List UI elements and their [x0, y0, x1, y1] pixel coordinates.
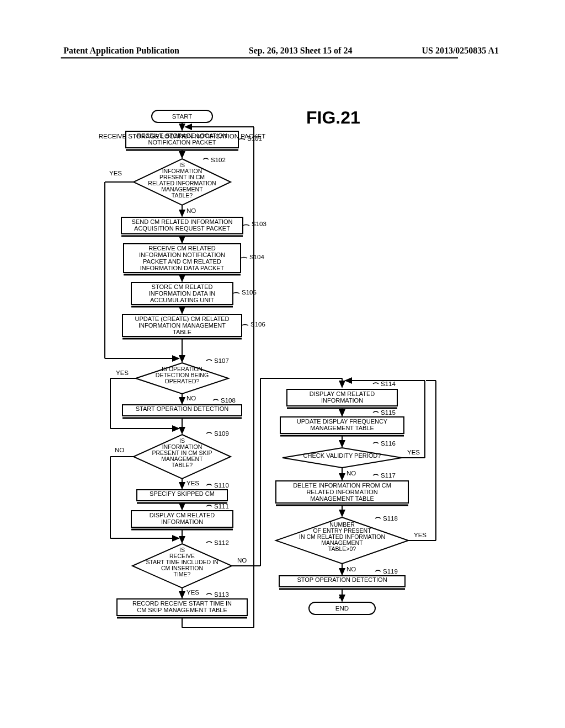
- svg-text:S113: S113: [214, 591, 229, 598]
- svg-text:NO: NO: [347, 566, 356, 572]
- svg-text:S108: S108: [221, 397, 236, 404]
- svg-text:S115: S115: [381, 409, 396, 416]
- svg-text:S119: S119: [383, 568, 398, 575]
- svg-text:NO: NO: [347, 470, 356, 477]
- node-s101: RECEIVE STORAGE LOCATION NOTIFICATION PA…: [99, 131, 266, 150]
- svg-text:S102: S102: [211, 157, 226, 163]
- svg-text:START: START: [172, 113, 193, 120]
- svg-text:YES: YES: [186, 480, 199, 486]
- node-s116: CHECK VALIDITY PERIOD?: [282, 448, 402, 468]
- svg-text:NO: NO: [115, 447, 124, 453]
- node-s117: DELETE INFORMATION FROM CMRELATED INFORM…: [276, 481, 408, 505]
- svg-text:S104: S104: [249, 254, 264, 260]
- node-s114: DISPLAY CM RELATEDINFORMATION: [287, 389, 397, 408]
- svg-text:NO: NO: [237, 557, 247, 564]
- node-s118: NUMBEROF ENTRY PRESENTIN CM RELATED INFO…: [276, 517, 408, 564]
- svg-text:YES: YES: [116, 370, 129, 376]
- svg-text:S117: S117: [381, 472, 396, 479]
- node-s108: START OPERATION DETECTION: [122, 405, 242, 418]
- node-s113: RECORD RECEIVE START TIME INCM SKIP MANA…: [117, 599, 247, 618]
- node-s102: ISINFORMATIONPRESENT IN CMRELATED INFORM…: [134, 159, 231, 205]
- svg-text:YES: YES: [407, 449, 420, 456]
- node-s112: ISRECEIVESTART TIME INCLUDED INCM INSERT…: [132, 544, 232, 588]
- svg-text:S112: S112: [214, 539, 229, 546]
- node-start: START: [152, 110, 212, 122]
- svg-text:S106: S106: [250, 321, 265, 328]
- svg-text:YES: YES: [109, 170, 122, 176]
- svg-text:END: END: [335, 605, 349, 612]
- node-s105: STORE CM RELATEDINFORMATION DATA INACCUM…: [131, 282, 233, 307]
- svg-text:S107: S107: [214, 357, 229, 364]
- svg-text:S110: S110: [214, 482, 229, 489]
- node-s109: ISINFORMATIONPRESENT IN CM SKIPMANAGEMEN…: [134, 435, 231, 479]
- node-s111: DISPLAY CM RELATEDINFORMATION: [131, 511, 233, 529]
- node-s103: SEND CM RELATED INFORMATIONACQUISITION R…: [121, 217, 243, 236]
- svg-text:S101: S101: [247, 135, 262, 142]
- node-s119: STOP OPERATION DETECTION: [279, 576, 405, 589]
- node-s110: SPECIFY SKIPPED CM: [137, 490, 227, 503]
- svg-text:S114: S114: [381, 381, 396, 387]
- node-s107: IS OPERATIONDETECTION BEINGOPERATED?: [136, 363, 228, 394]
- svg-text:S111: S111: [214, 503, 229, 510]
- svg-text:YES: YES: [414, 532, 427, 538]
- node-end: END: [309, 602, 375, 614]
- svg-text:NO: NO: [186, 207, 196, 214]
- svg-text:S116: S116: [381, 440, 396, 447]
- svg-text:S118: S118: [383, 515, 398, 522]
- node-s106: UPDATE (CREATE) CM RELATEDINFORMATION MA…: [122, 314, 242, 339]
- svg-text:S109: S109: [214, 430, 229, 437]
- node-s115: UPDATE DISPLAY FREQUENCYMANAGEMENT TABLE: [280, 417, 404, 436]
- flowchart-svg: START RECEIVE STORAGE LOCATION NOTIFICAT…: [0, 0, 565, 728]
- svg-text:NO: NO: [186, 395, 196, 402]
- svg-text:YES: YES: [186, 589, 199, 596]
- node-s104: RECEIVE CM RELATEDINFORMATION NOTIFICATI…: [124, 244, 241, 275]
